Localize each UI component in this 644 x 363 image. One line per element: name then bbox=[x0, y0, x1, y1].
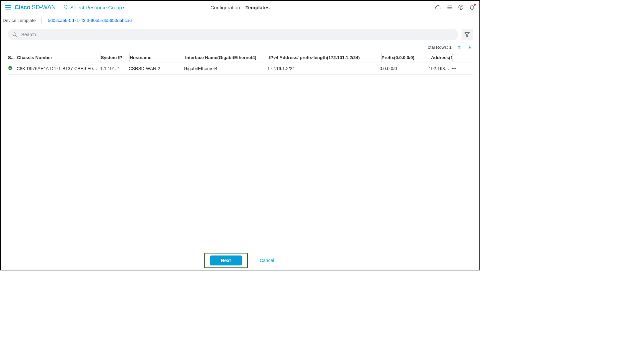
footer-actions: Next Cancel bbox=[1, 251, 479, 270]
search-input[interactable] bbox=[21, 32, 454, 37]
col-ipv4[interactable]: IPv4 Address/ prefix-length(172.101.1.2/… bbox=[269, 53, 382, 62]
svg-marker-11 bbox=[465, 33, 469, 37]
cloud-icon[interactable] bbox=[435, 4, 442, 11]
hamburger-menu-icon[interactable] bbox=[5, 4, 12, 11]
search-bar[interactable] bbox=[8, 29, 458, 40]
notifications-icon[interactable] bbox=[469, 4, 475, 11]
table-header: S... Chassis Number System IP Hostname I… bbox=[8, 53, 473, 62]
row-address: 192.168.15 bbox=[429, 66, 450, 71]
breadcrumb-current: Templates bbox=[246, 5, 270, 10]
template-id-link[interactable]: 5d02cae9-5d71-43f3-90e5-db5650dabca6 bbox=[48, 18, 132, 23]
tasks-icon[interactable] bbox=[446, 4, 453, 11]
resource-group-label: Select Resource Group bbox=[70, 5, 122, 10]
col-interface-name[interactable]: Interface Name(GigabitEthernet4) bbox=[185, 53, 269, 62]
help-icon[interactable] bbox=[458, 4, 464, 11]
row-ipv4: 172.16.1.2/24 bbox=[267, 66, 380, 71]
svg-line-10 bbox=[16, 36, 17, 36]
cancel-button[interactable]: Cancel bbox=[258, 257, 276, 263]
breadcrumb-root: Configuration bbox=[210, 5, 240, 10]
export-icon[interactable] bbox=[456, 44, 462, 50]
col-status[interactable]: S... bbox=[8, 53, 17, 62]
row-hostname: CSRSD-WAN-2 bbox=[129, 66, 184, 71]
next-button-highlight: Next bbox=[204, 253, 248, 268]
col-address[interactable]: Address(1 bbox=[431, 53, 453, 62]
svg-point-9 bbox=[13, 33, 16, 36]
select-resource-group-button[interactable]: Select Resource Group ▾ bbox=[63, 4, 125, 11]
col-system-ip[interactable]: System IP bbox=[101, 53, 130, 62]
total-rows-text: Total Rows: 1 bbox=[426, 45, 452, 50]
breadcrumb-separator: · bbox=[242, 5, 243, 10]
subheader: Device Template | 5d02cae9-5d71-43f3-90e… bbox=[1, 14, 479, 26]
svg-point-3 bbox=[65, 6, 66, 7]
location-pin-icon bbox=[63, 4, 68, 11]
subheader-label: Device Template bbox=[2, 18, 36, 23]
row-status bbox=[8, 66, 17, 71]
col-prefix[interactable]: Prefix(0.0.0.0/0) bbox=[382, 53, 431, 62]
row-system-ip: 1.1.101.2 bbox=[100, 66, 129, 71]
top-nav: Cisco SD-WAN Select Resource Group ▾ Con… bbox=[1, 1, 479, 14]
svg-point-16 bbox=[8, 66, 12, 70]
col-hostname[interactable]: Hostname bbox=[130, 53, 185, 62]
filter-button[interactable] bbox=[462, 29, 473, 40]
row-prefix: 0.0.0.0/0 bbox=[380, 66, 429, 71]
row-interface-name: GigabitEthernet4 bbox=[184, 66, 267, 71]
chevron-down-icon: ▾ bbox=[123, 5, 125, 10]
col-chassis[interactable]: Chassis Number bbox=[17, 53, 101, 62]
device-table: S... Chassis Number System IP Hostname I… bbox=[1, 53, 479, 75]
brand-logo: Cisco SD-WAN bbox=[15, 4, 56, 11]
download-icon[interactable] bbox=[467, 44, 473, 50]
status-ok-icon bbox=[8, 66, 13, 70]
notification-badge bbox=[474, 4, 476, 6]
brand-sdwan-text: SD-WAN bbox=[32, 4, 56, 11]
breadcrumb: Configuration · Templates bbox=[210, 1, 270, 14]
brand-cisco-text: Cisco bbox=[15, 4, 31, 11]
subheader-separator: | bbox=[41, 17, 43, 24]
search-icon bbox=[12, 32, 17, 37]
row-chassis: C8K-D976AF4A-D471-B137-CBE9-F0E6... bbox=[17, 66, 100, 71]
row-actions-menu[interactable]: ••• bbox=[450, 66, 458, 71]
table-row[interactable]: C8K-D976AF4A-D471-B137-CBE9-F0E6... 1.1.… bbox=[8, 62, 473, 75]
svg-point-8 bbox=[461, 8, 461, 9]
next-button[interactable]: Next bbox=[210, 255, 242, 265]
